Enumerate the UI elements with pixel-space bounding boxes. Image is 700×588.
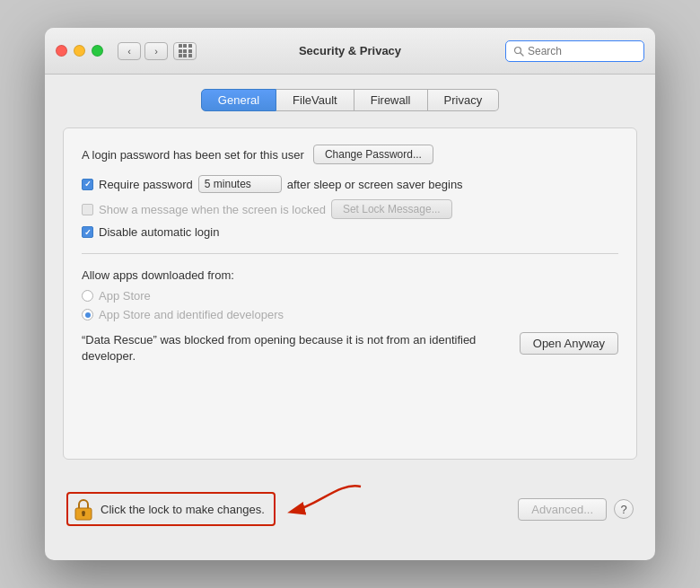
login-password-label: A login password has been set for this u…	[82, 148, 304, 162]
show-message-row: Show a message when the screen is locked…	[82, 199, 618, 219]
blocked-app-row: “Data Rescue” was blocked from opening b…	[82, 332, 618, 364]
tab-filevault[interactable]: FileVault	[276, 89, 354, 111]
section-divider	[82, 253, 618, 254]
help-button[interactable]: ?	[614, 499, 634, 519]
maximize-button[interactable]	[92, 45, 103, 57]
search-input[interactable]	[528, 45, 636, 57]
change-password-button[interactable]: Change Password...	[313, 145, 433, 164]
radio-appstore-label: App Store	[99, 289, 151, 303]
back-button[interactable]: ‹	[118, 42, 141, 60]
tab-firewall[interactable]: Firewall	[354, 89, 428, 111]
set-lock-message-button: Set Lock Message...	[331, 199, 452, 219]
traffic-lights	[56, 45, 103, 57]
minimize-button[interactable]	[74, 45, 85, 57]
blocked-app-text: “Data Rescue” was blocked from opening b…	[82, 332, 507, 364]
login-password-row: A login password has been set for this u…	[82, 145, 618, 164]
disable-login-label: Disable automatic login	[99, 225, 219, 239]
tab-privacy[interactable]: Privacy	[428, 89, 500, 111]
nav-buttons: ‹ ›	[118, 42, 168, 60]
grid-button[interactable]	[173, 42, 197, 60]
radio-developers-label: App Store and identified developers	[99, 308, 284, 321]
main-window: ‹ › Security & Privacy General FileVault…	[45, 28, 655, 560]
titlebar: ‹ › Security & Privacy	[45, 28, 655, 75]
lock-icon	[74, 497, 93, 521]
radio-appstore[interactable]	[82, 290, 93, 302]
tab-bar: General FileVault Firewall Privacy	[63, 89, 637, 111]
lock-section[interactable]: Click the lock to make changes.	[66, 492, 276, 526]
forward-button[interactable]: ›	[144, 42, 168, 60]
require-password-row: Require password 5 minutes immediately 1…	[82, 175, 618, 193]
open-anyway-button[interactable]: Open Anyway	[520, 332, 618, 355]
require-password-checkbox[interactable]	[82, 179, 93, 190]
disable-login-row: Disable automatic login	[82, 225, 618, 239]
content-area: General FileVault Firewall Privacy A log…	[45, 75, 655, 560]
require-password-suffix: after sleep or screen saver begins	[287, 178, 463, 191]
password-timeout-dropdown[interactable]: 5 minutes immediately 1 minute 15 minute…	[198, 175, 282, 193]
radio-appstore-row: App Store	[82, 289, 618, 303]
advanced-button: Advanced...	[518, 498, 607, 521]
grid-icon	[179, 44, 192, 57]
svg-point-4	[82, 511, 85, 514]
main-panel: A login password has been set for this u…	[63, 127, 637, 460]
svg-point-0	[515, 47, 521, 53]
search-icon	[513, 46, 524, 57]
require-password-label: Require password	[99, 178, 193, 191]
search-box[interactable]	[505, 40, 644, 62]
right-buttons: Advanced... ?	[518, 498, 634, 521]
close-button[interactable]	[56, 45, 67, 57]
radio-developers[interactable]	[82, 309, 93, 320]
svg-line-1	[521, 53, 523, 56]
lock-text: Click the lock to make changes.	[101, 503, 265, 516]
show-message-label: Show a message when the screen is locked	[99, 203, 326, 216]
allow-apps-title: Allow apps downloaded from:	[82, 268, 618, 282]
tab-general[interactable]: General	[201, 89, 276, 111]
show-message-checkbox[interactable]	[82, 204, 93, 215]
red-arrow-icon	[276, 478, 374, 540]
window-title: Security & Privacy	[299, 44, 401, 57]
bottom-bar: Click the lock to make changes.	[63, 472, 637, 546]
arrow-annotation	[276, 478, 374, 540]
disable-login-checkbox[interactable]	[82, 226, 93, 238]
password-timeout-select[interactable]: 5 minutes immediately 1 minute 15 minute…	[198, 175, 282, 193]
radio-developers-row: App Store and identified developers	[82, 308, 618, 321]
